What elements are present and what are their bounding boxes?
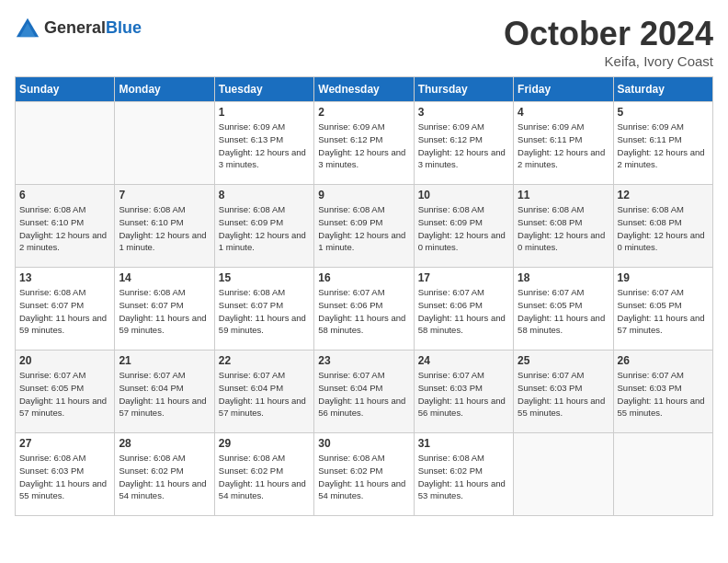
calendar-cell: 19Sunrise: 6:07 AM Sunset: 6:05 PM Dayli… <box>613 268 712 350</box>
day-detail: Sunrise: 6:08 AM Sunset: 6:02 PM Dayligh… <box>318 452 409 502</box>
logo-text-blue: Blue <box>106 18 142 37</box>
day-detail: Sunrise: 6:07 AM Sunset: 6:03 PM Dayligh… <box>518 369 609 419</box>
day-number: 18 <box>518 271 609 284</box>
day-number: 27 <box>19 437 110 450</box>
day-number: 24 <box>418 354 509 367</box>
calendar-week-row: 27Sunrise: 6:08 AM Sunset: 6:03 PM Dayli… <box>16 433 713 516</box>
day-detail: Sunrise: 6:07 AM Sunset: 6:04 PM Dayligh… <box>318 369 409 419</box>
calendar-cell: 6Sunrise: 6:08 AM Sunset: 6:10 PM Daylig… <box>16 185 115 268</box>
logo-text-general: General <box>44 18 106 37</box>
calendar-week-row: 13Sunrise: 6:08 AM Sunset: 6:07 PM Dayli… <box>16 268 713 350</box>
calendar-cell: 14Sunrise: 6:08 AM Sunset: 6:07 PM Dayli… <box>115 268 214 350</box>
day-number: 6 <box>19 189 110 201</box>
calendar-table: SundayMondayTuesdayWednesdayThursdayFrid… <box>15 76 713 516</box>
day-number: 26 <box>618 354 709 367</box>
logo-icon <box>15 15 40 40</box>
day-detail: Sunrise: 6:09 AM Sunset: 6:11 PM Dayligh… <box>518 121 609 171</box>
calendar-cell: 20Sunrise: 6:07 AM Sunset: 6:05 PM Dayli… <box>16 350 115 433</box>
day-detail: Sunrise: 6:08 AM Sunset: 6:10 PM Dayligh… <box>119 203 210 254</box>
calendar-cell: 8Sunrise: 6:08 AM Sunset: 6:09 PM Daylig… <box>214 185 313 268</box>
calendar-week-row: 6Sunrise: 6:08 AM Sunset: 6:10 PM Daylig… <box>16 185 713 268</box>
month-title: October 2024 <box>504 15 713 53</box>
day-detail: Sunrise: 6:08 AM Sunset: 6:09 PM Dayligh… <box>219 203 310 254</box>
day-of-week-header: Thursday <box>414 77 513 102</box>
day-detail: Sunrise: 6:07 AM Sunset: 6:04 PM Dayligh… <box>219 369 310 419</box>
day-detail: Sunrise: 6:07 AM Sunset: 6:06 PM Dayligh… <box>318 286 409 337</box>
location: Keifa, Ivory Coast <box>504 53 713 69</box>
calendar-cell: 28Sunrise: 6:08 AM Sunset: 6:02 PM Dayli… <box>115 433 214 516</box>
day-detail: Sunrise: 6:08 AM Sunset: 6:02 PM Dayligh… <box>219 452 310 502</box>
day-detail: Sunrise: 6:08 AM Sunset: 6:08 PM Dayligh… <box>618 203 709 254</box>
day-detail: Sunrise: 6:08 AM Sunset: 6:08 PM Dayligh… <box>518 203 609 254</box>
day-number: 9 <box>318 189 409 201</box>
calendar-cell: 1Sunrise: 6:09 AM Sunset: 6:13 PM Daylig… <box>214 102 313 185</box>
day-detail: Sunrise: 6:08 AM Sunset: 6:09 PM Dayligh… <box>418 203 509 254</box>
calendar-cell: 5Sunrise: 6:09 AM Sunset: 6:11 PM Daylig… <box>613 102 712 185</box>
calendar-cell: 18Sunrise: 6:07 AM Sunset: 6:05 PM Dayli… <box>514 268 613 350</box>
day-number: 16 <box>318 271 409 284</box>
day-number: 11 <box>518 189 609 201</box>
calendar-cell <box>514 433 613 516</box>
day-number: 4 <box>518 106 609 119</box>
day-detail: Sunrise: 6:09 AM Sunset: 6:13 PM Dayligh… <box>219 121 310 171</box>
day-detail: Sunrise: 6:07 AM Sunset: 6:05 PM Dayligh… <box>518 286 609 337</box>
page-header: GeneralBlue October 2024 Keifa, Ivory Co… <box>15 15 713 69</box>
day-number: 30 <box>318 437 409 450</box>
calendar-cell: 4Sunrise: 6:09 AM Sunset: 6:11 PM Daylig… <box>514 102 613 185</box>
calendar-cell: 17Sunrise: 6:07 AM Sunset: 6:06 PM Dayli… <box>414 268 513 350</box>
calendar-cell: 31Sunrise: 6:08 AM Sunset: 6:02 PM Dayli… <box>414 433 513 516</box>
calendar-cell <box>613 433 712 516</box>
day-number: 12 <box>618 189 709 201</box>
title-block: October 2024 Keifa, Ivory Coast <box>504 15 713 69</box>
calendar-cell: 29Sunrise: 6:08 AM Sunset: 6:02 PM Dayli… <box>214 433 313 516</box>
calendar-cell: 13Sunrise: 6:08 AM Sunset: 6:07 PM Dayli… <box>16 268 115 350</box>
day-number: 23 <box>318 354 409 367</box>
calendar-cell <box>16 102 115 185</box>
calendar-cell: 9Sunrise: 6:08 AM Sunset: 6:09 PM Daylig… <box>314 185 414 268</box>
day-number: 10 <box>418 189 509 201</box>
calendar-cell: 16Sunrise: 6:07 AM Sunset: 6:06 PM Dayli… <box>314 268 414 350</box>
day-detail: Sunrise: 6:09 AM Sunset: 6:12 PM Dayligh… <box>318 121 409 171</box>
day-detail: Sunrise: 6:08 AM Sunset: 6:02 PM Dayligh… <box>119 452 210 502</box>
day-detail: Sunrise: 6:07 AM Sunset: 6:04 PM Dayligh… <box>119 369 210 419</box>
calendar-cell: 26Sunrise: 6:07 AM Sunset: 6:03 PM Dayli… <box>613 350 712 433</box>
day-of-week-header: Tuesday <box>214 77 313 102</box>
day-of-week-header: Sunday <box>16 77 115 102</box>
calendar-week-row: 20Sunrise: 6:07 AM Sunset: 6:05 PM Dayli… <box>16 350 713 433</box>
calendar-cell: 25Sunrise: 6:07 AM Sunset: 6:03 PM Dayli… <box>514 350 613 433</box>
calendar-cell: 23Sunrise: 6:07 AM Sunset: 6:04 PM Dayli… <box>314 350 414 433</box>
day-number: 17 <box>418 271 509 284</box>
day-number: 8 <box>219 189 310 201</box>
calendar-cell: 7Sunrise: 6:08 AM Sunset: 6:10 PM Daylig… <box>115 185 214 268</box>
day-of-week-header: Saturday <box>613 77 712 102</box>
day-detail: Sunrise: 6:07 AM Sunset: 6:06 PM Dayligh… <box>418 286 509 337</box>
day-detail: Sunrise: 6:08 AM Sunset: 6:09 PM Dayligh… <box>318 203 409 254</box>
day-number: 28 <box>119 437 210 450</box>
calendar-cell: 22Sunrise: 6:07 AM Sunset: 6:04 PM Dayli… <box>214 350 313 433</box>
calendar-cell: 2Sunrise: 6:09 AM Sunset: 6:12 PM Daylig… <box>314 102 414 185</box>
day-detail: Sunrise: 6:07 AM Sunset: 6:03 PM Dayligh… <box>618 369 709 419</box>
calendar-cell: 11Sunrise: 6:08 AM Sunset: 6:08 PM Dayli… <box>514 185 613 268</box>
calendar-week-row: 1Sunrise: 6:09 AM Sunset: 6:13 PM Daylig… <box>16 102 713 185</box>
day-detail: Sunrise: 6:08 AM Sunset: 6:07 PM Dayligh… <box>119 286 210 337</box>
day-detail: Sunrise: 6:09 AM Sunset: 6:11 PM Dayligh… <box>618 121 709 171</box>
day-number: 13 <box>19 271 110 284</box>
calendar-header-row: SundayMondayTuesdayWednesdayThursdayFrid… <box>16 77 713 102</box>
day-of-week-header: Wednesday <box>314 77 414 102</box>
day-detail: Sunrise: 6:08 AM Sunset: 6:03 PM Dayligh… <box>19 452 110 502</box>
calendar-cell: 24Sunrise: 6:07 AM Sunset: 6:03 PM Dayli… <box>414 350 513 433</box>
day-number: 3 <box>418 106 509 119</box>
calendar-cell: 10Sunrise: 6:08 AM Sunset: 6:09 PM Dayli… <box>414 185 513 268</box>
logo: GeneralBlue <box>15 15 142 40</box>
day-number: 7 <box>119 189 210 201</box>
day-of-week-header: Monday <box>115 77 214 102</box>
calendar-cell: 15Sunrise: 6:08 AM Sunset: 6:07 PM Dayli… <box>214 268 313 350</box>
calendar-cell: 3Sunrise: 6:09 AM Sunset: 6:12 PM Daylig… <box>414 102 513 185</box>
calendar-cell: 30Sunrise: 6:08 AM Sunset: 6:02 PM Dayli… <box>314 433 414 516</box>
day-number: 1 <box>219 106 310 119</box>
day-detail: Sunrise: 6:07 AM Sunset: 6:05 PM Dayligh… <box>618 286 709 337</box>
day-number: 22 <box>219 354 310 367</box>
day-detail: Sunrise: 6:08 AM Sunset: 6:07 PM Dayligh… <box>19 286 110 337</box>
day-detail: Sunrise: 6:09 AM Sunset: 6:12 PM Dayligh… <box>418 121 509 171</box>
calendar-cell: 27Sunrise: 6:08 AM Sunset: 6:03 PM Dayli… <box>16 433 115 516</box>
